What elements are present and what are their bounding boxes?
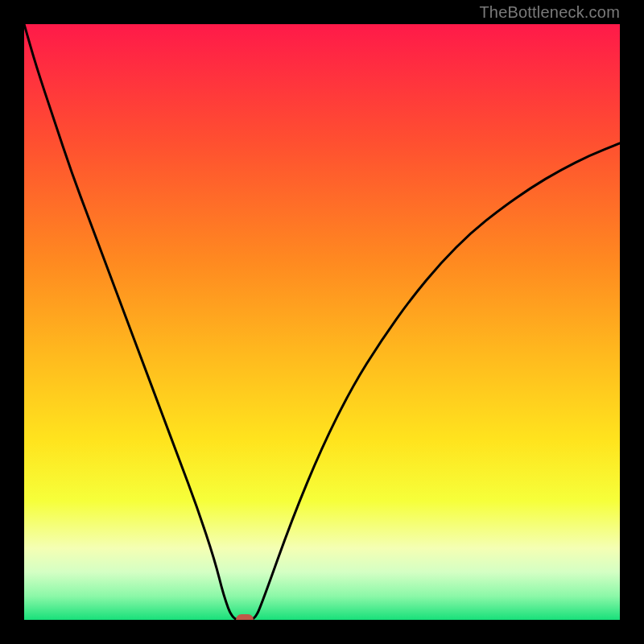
plot-area bbox=[24, 24, 620, 620]
optimal-point-marker bbox=[236, 614, 254, 620]
watermark-text: TheBottleneck.com bbox=[479, 3, 620, 22]
chart-frame: TheBottleneck.com bbox=[0, 0, 644, 644]
bottleneck-curve bbox=[24, 24, 620, 620]
